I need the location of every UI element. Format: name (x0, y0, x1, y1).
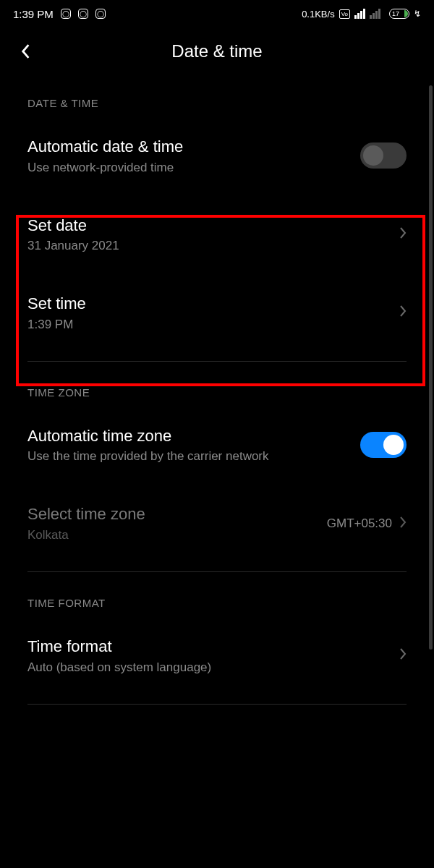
page-title: Date & time (171, 41, 262, 61)
scrollbar[interactable] (429, 85, 433, 650)
charging-icon: ↯ (414, 9, 421, 19)
chevron-right-icon (399, 226, 407, 242)
auto-timezone-title: Automatic time zone (27, 426, 360, 447)
automatic-date-time-row[interactable]: Automatic date & time Use network-provid… (27, 116, 407, 195)
battery-icon: 17 (389, 9, 409, 19)
auto-datetime-title: Automatic date & time (27, 137, 360, 158)
header: Date & time (0, 27, 434, 81)
auto-datetime-sub: Use network-provided time (27, 161, 360, 175)
time-format-sub: Auto (based on system language) (27, 660, 392, 675)
signal-icon (354, 9, 365, 19)
chevron-right-icon (399, 647, 407, 663)
back-button[interactable] (14, 41, 36, 62)
section-label-timezone: TIME ZONE (27, 370, 407, 406)
set-time-value: 1:39 PM (27, 318, 392, 332)
set-time-row[interactable]: Set time 1:39 PM (27, 273, 407, 352)
timezone-value: GMT+05:30 (327, 516, 392, 531)
chevron-right-icon (399, 305, 407, 320)
set-time-title: Set time (27, 294, 392, 315)
data-speed: 0.1KB/s (302, 9, 335, 20)
auto-datetime-toggle[interactable] (360, 142, 407, 169)
signal-icon-2 (370, 9, 380, 19)
automatic-timezone-row[interactable]: Automatic time zone Use the time provide… (27, 406, 407, 485)
set-date-value: 31 January 2021 (27, 239, 392, 253)
divider (27, 571, 407, 572)
time-format-row[interactable]: Time format Auto (based on system langua… (27, 616, 407, 695)
divider (27, 361, 407, 362)
volte-icon: Vo (339, 9, 350, 19)
instagram-icon: ◯ (95, 9, 106, 19)
instagram-icon: ◯ (61, 9, 71, 19)
select-timezone-sub: Kolkata (27, 528, 327, 542)
divider (27, 704, 407, 705)
auto-timezone-sub: Use the time provided by the carrier net… (27, 449, 360, 464)
status-bar: 1:39 PM ◯ ◯ ◯ 0.1KB/s Vo 17 ↯ (0, 0, 434, 27)
instagram-icon: ◯ (78, 9, 88, 19)
select-timezone-title: Select time zone (27, 504, 327, 525)
status-time: 1:39 PM (13, 8, 54, 20)
section-label-datetime: DATE & TIME (27, 81, 407, 116)
auto-timezone-toggle[interactable] (360, 432, 407, 458)
set-date-title: Set date (27, 216, 392, 237)
time-format-title: Time format (27, 637, 392, 658)
select-timezone-row: Select time zone Kolkata GMT+05:30 (27, 484, 407, 563)
set-date-row[interactable]: Set date 31 January 2021 (27, 195, 407, 274)
chevron-right-icon (399, 516, 407, 532)
section-label-timeformat: TIME FORMAT (27, 581, 407, 616)
